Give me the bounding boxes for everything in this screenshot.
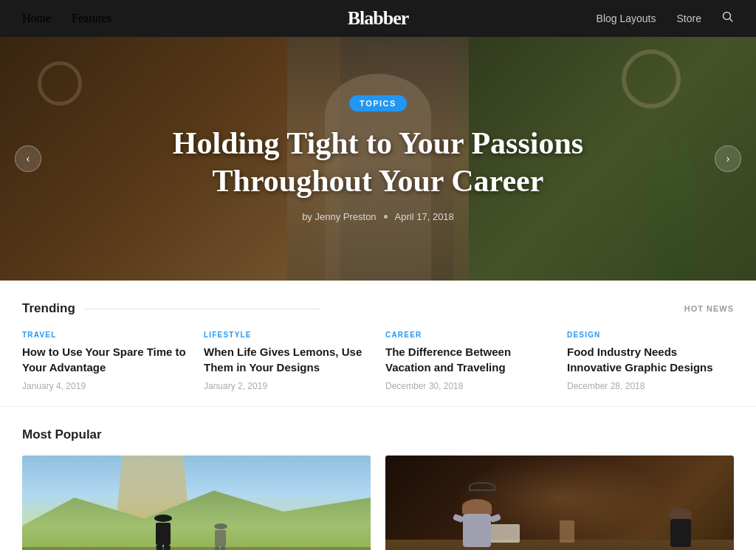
trending-section: Trending HOT NEWS TRAVEL How to Use Your… bbox=[0, 281, 756, 407]
popular-title: Most Popular bbox=[22, 427, 734, 442]
nav-features[interactable]: Features bbox=[72, 12, 111, 25]
trending-card-1[interactable]: LIFESTYLE When Life Gives Lemons, Use Th… bbox=[204, 331, 371, 391]
nav-logo[interactable]: Blabber bbox=[348, 7, 409, 30]
hero-meta: by Jenny Preston April 17, 2018 bbox=[173, 211, 583, 222]
card-title: Food Industry Needs Innovative Graphic D… bbox=[567, 344, 734, 375]
card-date: January 4, 2019 bbox=[22, 381, 189, 391]
hero-prev-button[interactable]: ‹ bbox=[15, 145, 41, 172]
category-tag: TRAVEL bbox=[22, 331, 189, 339]
nav-store[interactable]: Store bbox=[677, 13, 701, 24]
trending-grid: TRAVEL How to Use Your Spare Time to You… bbox=[22, 331, 734, 391]
svg-line-1 bbox=[729, 19, 732, 22]
popular-card-runners[interactable] bbox=[22, 456, 371, 550]
popular-card-workshop[interactable] bbox=[385, 456, 734, 550]
category-tag: DESIGN bbox=[567, 331, 734, 339]
hot-news-label: HOT NEWS bbox=[684, 304, 734, 313]
card-title: When Life Gives Lemons, Use Them in Your… bbox=[204, 344, 371, 375]
trending-card-3[interactable]: DESIGN Food Industry Needs Innovative Gr… bbox=[567, 331, 734, 391]
search-icon[interactable] bbox=[722, 11, 734, 26]
hero-content: TOPICS Holding Tight to Your Passions Th… bbox=[114, 95, 642, 222]
nav-blog-layouts[interactable]: Blog Layouts bbox=[597, 13, 656, 24]
meta-dot bbox=[384, 215, 388, 219]
card-date: December 28, 2018 bbox=[567, 381, 734, 391]
hero-author: by Jenny Preston bbox=[302, 211, 376, 222]
card-title: How to Use Your Spare Time to Your Advan… bbox=[22, 344, 189, 375]
chevron-left-icon: ‹ bbox=[26, 152, 30, 165]
trending-card-0[interactable]: TRAVEL How to Use Your Spare Time to You… bbox=[22, 331, 189, 391]
chevron-right-icon: › bbox=[726, 152, 729, 165]
popular-section: Most Popular bbox=[0, 407, 756, 550]
category-tag: LIFESTYLE bbox=[204, 331, 371, 339]
trending-title: Trending bbox=[22, 301, 320, 316]
nav-home[interactable]: Home bbox=[22, 12, 51, 25]
main-nav: Home Features Blabber Blog Layouts Store bbox=[0, 0, 756, 37]
hero-next-button[interactable]: › bbox=[715, 145, 741, 172]
card-title: The Difference Between Vacation and Trav… bbox=[385, 344, 552, 375]
card-date: January 2, 2019 bbox=[204, 381, 371, 391]
hero-title: Holding Tight to Your Passions Throughou… bbox=[173, 125, 583, 199]
card-date: December 30, 2018 bbox=[385, 381, 552, 391]
category-tag: CAREER bbox=[385, 331, 552, 339]
hero-date: April 17, 2018 bbox=[395, 211, 454, 222]
popular-grid bbox=[22, 456, 734, 550]
hero-badge[interactable]: TOPICS bbox=[349, 95, 407, 111]
hero-section: ‹ TOPICS Holding Tight to Your Passions … bbox=[0, 37, 756, 281]
trending-header: Trending HOT NEWS bbox=[22, 301, 734, 316]
trending-card-2[interactable]: CAREER The Difference Between Vacation a… bbox=[385, 331, 552, 391]
